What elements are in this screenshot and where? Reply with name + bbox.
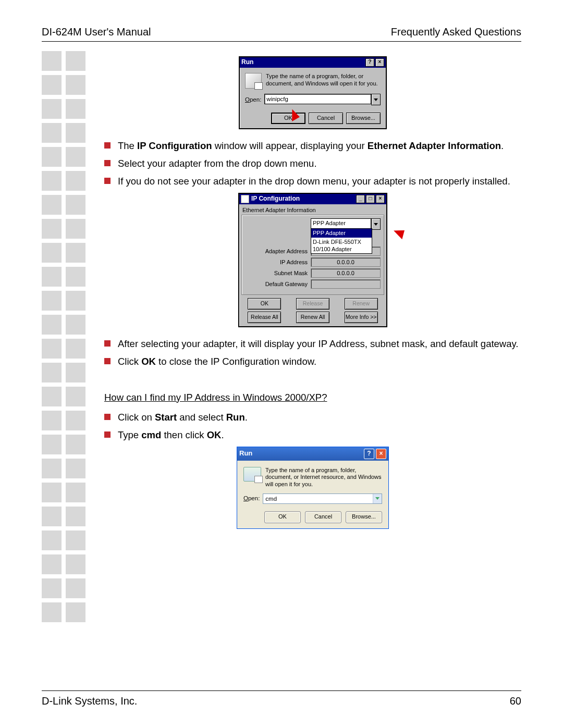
section-question: How can I find my IP Address in Windows …: [104, 391, 521, 404]
maximize-icon[interactable]: □: [366, 195, 375, 203]
app-icon: [241, 195, 249, 203]
subnet-mask-value: 0.0.0.0: [311, 268, 381, 278]
open-input[interactable]: [264, 94, 371, 104]
header-left: DI-624M User's Manual: [42, 26, 151, 38]
help-icon[interactable]: ?: [364, 449, 374, 459]
release-all-button[interactable]: Release All: [248, 312, 281, 323]
open-label: Open:: [243, 495, 260, 502]
cancel-button[interactable]: Cancel: [309, 113, 343, 124]
run-icon: [243, 467, 261, 482]
header-right: Frequently Asked Questions: [391, 26, 521, 38]
browse-button[interactable]: Browse...: [346, 511, 382, 523]
ok-button[interactable]: OK: [248, 298, 281, 310]
more-info-button[interactable]: More Info >>: [345, 312, 378, 323]
open-input[interactable]: [263, 494, 373, 503]
run98-title: Run: [241, 58, 364, 67]
ip-config-dialog: IP Configuration _ □ × Ethernet Adapter …: [238, 193, 387, 327]
cancel-button[interactable]: Cancel: [305, 511, 341, 523]
bullet-list-2: After selecting your adapter, it will di…: [104, 338, 521, 368]
close-icon[interactable]: ×: [376, 449, 386, 459]
renew-all-button[interactable]: Renew All: [296, 312, 329, 323]
decorative-squares: [42, 51, 89, 626]
browse-button[interactable]: Browse...: [346, 113, 381, 124]
ip-address-value: 0.0.0.0: [311, 257, 381, 267]
footer-left: D-Link Systems, Inc.: [42, 695, 137, 707]
release-button[interactable]: Release: [296, 298, 329, 310]
ipcfg-group-label: Ethernet Adapter Information: [242, 206, 386, 214]
dropdown-option[interactable]: D-Link DFE-550TX 10/100 Adapter: [311, 238, 372, 254]
run98-desc: Type the name of a program, folder, or d…: [266, 73, 381, 89]
chevron-down-icon[interactable]: [373, 494, 382, 503]
close-icon[interactable]: ×: [376, 195, 385, 203]
help-icon[interactable]: ?: [365, 58, 374, 67]
ipcfg-title: IP Configuration: [251, 195, 355, 203]
close-icon[interactable]: ×: [375, 58, 384, 67]
chevron-down-icon[interactable]: [371, 218, 381, 230]
header-rule: [42, 41, 521, 42]
ok-button[interactable]: OK: [264, 511, 301, 523]
renew-button[interactable]: Renew: [345, 298, 378, 310]
adapter-address-label: Adapter Address: [245, 248, 311, 255]
run-dialog-winxp: Run ? × Type the name of a program, fold…: [237, 447, 389, 529]
run-dialog-win98: Run ? × Type the name of a program, fold…: [239, 56, 387, 129]
run-icon: [245, 73, 262, 89]
dropdown-option[interactable]: PPP Adapter: [311, 229, 372, 237]
default-gateway-label: Default Gateway: [245, 280, 311, 288]
ip-address-label: IP Address: [245, 258, 311, 266]
bullet-list-1: The IP Configuration window will appear,…: [104, 140, 521, 188]
runxp-desc: Type the name of a program, folder, docu…: [265, 467, 382, 488]
subnet-mask-label: Subnet Mask: [245, 269, 311, 277]
minimize-icon[interactable]: _: [356, 195, 365, 203]
page-number: 60: [510, 695, 521, 707]
runxp-title: Run: [239, 449, 362, 458]
default-gateway-value: [311, 279, 381, 289]
open-label: Open:: [245, 96, 261, 104]
bullet-list-3: Click on Start and select Run. Type cmd …: [104, 411, 521, 441]
chevron-down-icon[interactable]: [371, 94, 381, 105]
adapter-dropdown: PPP Adapter D-Link DFE-550TX 10/100 Adap…: [311, 228, 372, 254]
